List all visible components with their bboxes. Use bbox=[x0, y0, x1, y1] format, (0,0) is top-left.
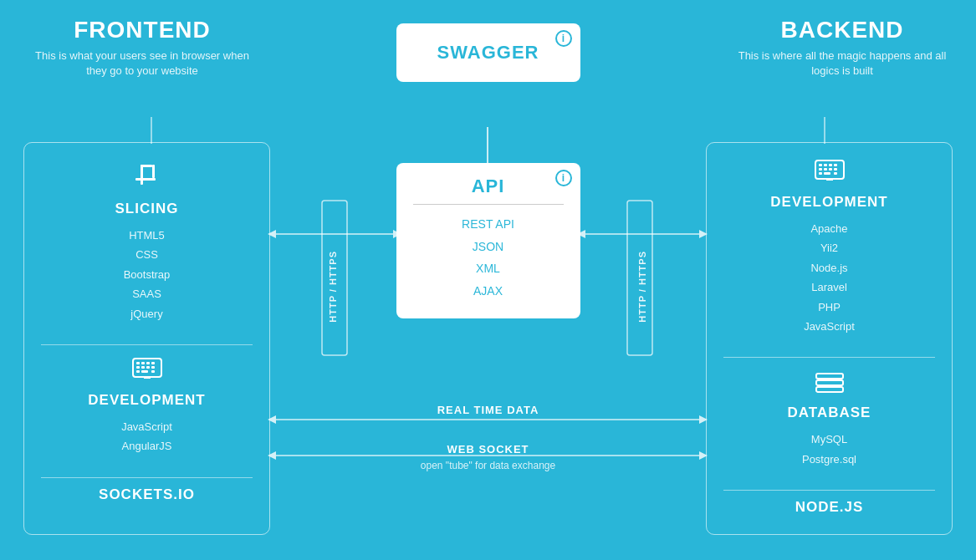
web-socket-subtitle: open "tube" for data exchange bbox=[421, 460, 555, 471]
swagger-info-icon[interactable]: i bbox=[555, 30, 572, 47]
svg-rect-23 bbox=[141, 362, 145, 364]
db-postgre: Postgre.sql bbox=[723, 450, 935, 469]
swagger-box: i SWAGGER bbox=[396, 23, 580, 82]
api-item-json: JSON bbox=[413, 236, 564, 258]
api-item-ajax: AJAX bbox=[413, 280, 564, 303]
slicing-section: SLICING HTML5 CSS Bootstrap SAAS jQuery bbox=[41, 160, 253, 336]
svg-rect-20 bbox=[152, 165, 155, 178]
svg-rect-31 bbox=[141, 370, 148, 373]
svg-rect-43 bbox=[819, 172, 822, 175]
svg-rect-42 bbox=[834, 168, 837, 171]
left-development-section: DEVELOPMENT JavaScript AngularJS bbox=[41, 344, 253, 469]
right-development-items: Apache Yii2 Node.js Laravel PHP JavaScri… bbox=[723, 219, 935, 336]
svg-rect-22 bbox=[136, 362, 140, 364]
svg-rect-47 bbox=[816, 374, 843, 379]
api-item-rest: REST API bbox=[413, 213, 564, 236]
nodejs-section: NODE.JS bbox=[723, 490, 935, 537]
slicing-saas: SAAS bbox=[41, 284, 253, 303]
frontend-title: FRONTEND bbox=[25, 17, 259, 43]
svg-rect-35 bbox=[819, 164, 822, 166]
svg-rect-48 bbox=[816, 380, 843, 385]
database-title: DATABASE bbox=[723, 405, 935, 421]
api-items: REST API JSON XML AJAX bbox=[413, 213, 564, 302]
slicing-bootstrap: Bootstrap bbox=[41, 265, 253, 284]
left-development-icon bbox=[41, 358, 253, 387]
database-icon bbox=[723, 370, 935, 400]
right-development-icon bbox=[723, 160, 935, 189]
right-dev-yii2: Yii2 bbox=[723, 238, 935, 257]
backend-title: BACKEND bbox=[725, 17, 959, 43]
slicing-icon bbox=[41, 160, 253, 196]
api-title: API bbox=[413, 176, 564, 205]
api-item-xml: XML bbox=[413, 257, 564, 280]
slicing-html5: HTML5 bbox=[41, 226, 253, 245]
left-development-title: DEVELOPMENT bbox=[41, 392, 253, 409]
right-dev-laravel: Laravel bbox=[723, 277, 935, 297]
api-box: i API REST API JSON XML AJAX bbox=[396, 163, 580, 318]
svg-rect-17 bbox=[141, 165, 143, 185]
slicing-title: SLICING bbox=[41, 201, 253, 217]
sockets-title: SOCKETS.IO bbox=[41, 486, 253, 503]
left-dev-angularjs: AngularJS bbox=[41, 436, 253, 456]
svg-rect-27 bbox=[141, 366, 145, 369]
right-dev-php: PHP bbox=[723, 298, 935, 317]
svg-rect-49 bbox=[816, 387, 843, 392]
frontend-header: FRONTEND This is what your users see in … bbox=[25, 17, 259, 79]
svg-rect-41 bbox=[829, 168, 832, 171]
api-info-icon[interactable]: i bbox=[555, 170, 572, 186]
http-left-label: HTTP / HTTPS bbox=[328, 251, 338, 323]
svg-rect-30 bbox=[136, 370, 140, 373]
slicing-items: HTML5 CSS Bootstrap SAAS jQuery bbox=[41, 226, 253, 323]
swagger-title: SWAGGER bbox=[422, 42, 555, 64]
svg-rect-44 bbox=[824, 172, 830, 175]
right-dev-javascript: JavaScript bbox=[723, 317, 935, 336]
database-items: MySQL Postgre.sql bbox=[723, 430, 935, 469]
backend-subtitle: This is where all the magic happens and … bbox=[725, 48, 959, 79]
svg-rect-32 bbox=[151, 370, 155, 373]
left-development-items: JavaScript AngularJS bbox=[41, 417, 253, 456]
right-dev-apache: Apache bbox=[723, 219, 935, 238]
sockets-section: SOCKETS.IO bbox=[41, 477, 253, 524]
frontend-subtitle: This is what your users see in browser w… bbox=[25, 48, 259, 79]
svg-rect-19 bbox=[141, 165, 152, 167]
left-dev-javascript: JavaScript bbox=[41, 417, 253, 436]
svg-rect-45 bbox=[834, 172, 837, 175]
svg-rect-36 bbox=[824, 164, 827, 166]
svg-rect-37 bbox=[829, 164, 832, 166]
svg-rect-29 bbox=[151, 366, 155, 369]
svg-rect-26 bbox=[136, 366, 140, 369]
svg-rect-24 bbox=[146, 362, 150, 364]
nodejs-title: NODE.JS bbox=[723, 499, 935, 516]
slicing-css: CSS bbox=[41, 245, 253, 264]
svg-rect-25 bbox=[151, 362, 155, 364]
right-development-section: DEVELOPMENT Apache Yii2 Node.js Laravel … bbox=[723, 160, 935, 349]
svg-rect-40 bbox=[824, 168, 827, 171]
database-section: DATABASE MySQL Postgre.sql bbox=[723, 357, 935, 481]
db-mysql: MySQL bbox=[723, 430, 935, 449]
slicing-jquery: jQuery bbox=[41, 304, 253, 323]
web-socket-label: WEB SOCKET bbox=[447, 443, 529, 456]
http-right-label: HTTP / HTTPS bbox=[637, 251, 647, 323]
left-panel: SLICING HTML5 CSS Bootstrap SAAS jQuery bbox=[23, 142, 270, 535]
svg-rect-18 bbox=[135, 178, 156, 181]
right-dev-nodejs: Node.js bbox=[723, 258, 935, 277]
backend-header: BACKEND This is where all the magic happ… bbox=[725, 17, 959, 79]
svg-rect-38 bbox=[834, 164, 837, 166]
real-time-data-label: REAL TIME DATA bbox=[437, 404, 539, 416]
right-development-title: DEVELOPMENT bbox=[723, 194, 935, 211]
svg-rect-39 bbox=[819, 168, 822, 171]
svg-rect-28 bbox=[146, 366, 150, 369]
right-panel: DEVELOPMENT Apache Yii2 Node.js Laravel … bbox=[706, 142, 953, 535]
